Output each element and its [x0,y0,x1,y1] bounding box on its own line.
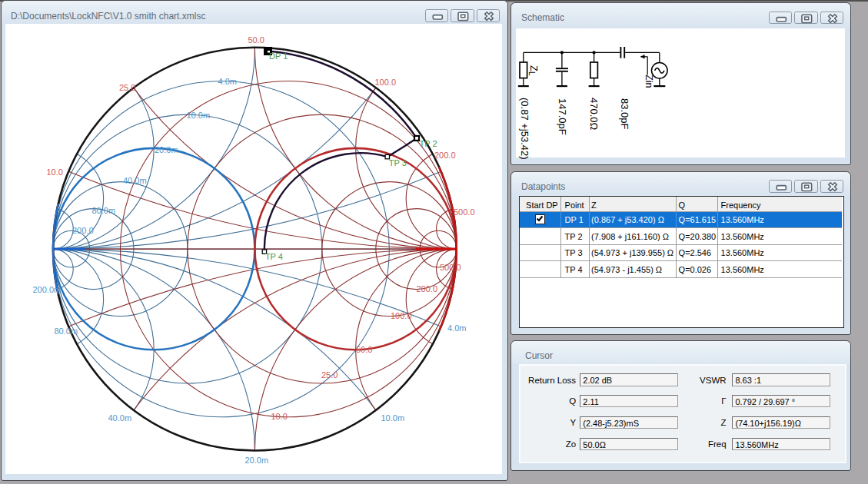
svg-text:40.0m: 40.0m [108,413,131,423]
svg-text:10.0m: 10.0m [381,413,404,423]
svg-text:100.0: 100.0 [374,78,396,87]
svg-text:4.0m: 4.0m [447,323,466,333]
svg-text:20.0m: 20.0m [155,145,178,154]
svg-text:200.0: 200.0 [434,151,456,160]
svg-text:200.0: 200.0 [72,226,94,235]
svg-text:40.0m: 40.0m [123,176,147,185]
svg-text:25.0: 25.0 [321,370,338,380]
svg-text:500.0: 500.0 [440,263,461,272]
svg-text:25.0: 25.0 [119,83,135,92]
svg-text:200.0m: 200.0m [32,285,61,294]
svg-text:10.0: 10.0 [46,167,62,177]
svg-text:4.0m: 4.0m [218,77,236,86]
svg-text:50.0: 50.0 [248,35,264,45]
svg-text:10.0m: 10.0m [186,111,210,120]
svg-text:500.0: 500.0 [454,207,475,217]
svg-text:TP 3: TP 3 [388,158,406,167]
svg-text:10.0: 10.0 [271,412,287,421]
svg-text:100.0: 100.0 [391,311,412,320]
svg-text:TP 4: TP 4 [264,252,282,261]
svg-text:80.0m: 80.0m [91,206,115,215]
svg-text:50.0: 50.0 [356,345,372,354]
svg-text:200.0: 200.0 [416,284,437,293]
svg-text:TP 2: TP 2 [419,140,437,149]
svg-text:DP 1: DP 1 [269,51,288,61]
svg-text:20.0m: 20.0m [244,456,268,465]
svg-text:80.0m: 80.0m [54,327,78,336]
